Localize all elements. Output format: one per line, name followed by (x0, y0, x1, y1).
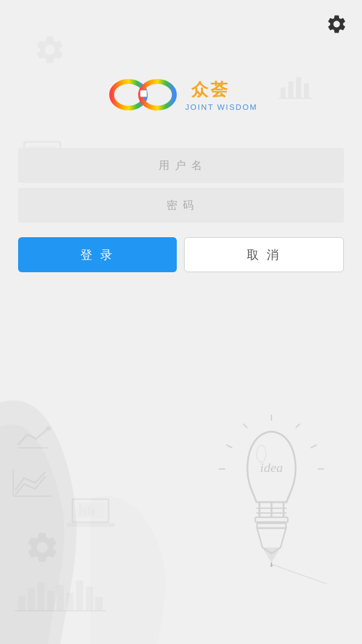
gear-icon (326, 13, 348, 35)
svg-rect-47 (255, 517, 288, 522)
svg-text:idea: idea (260, 460, 283, 475)
svg-rect-29 (47, 591, 54, 610)
lower-decoration: idea (0, 378, 362, 644)
username-input[interactable] (18, 148, 344, 183)
svg-line-53 (272, 564, 329, 584)
bg-trending-lower-left (15, 424, 54, 451)
bg-chart-lower-left (12, 466, 54, 499)
svg-line-37 (296, 424, 300, 428)
password-input[interactable] (18, 188, 344, 223)
bg-gear-lower (24, 529, 60, 566)
idea-bulb: idea (214, 415, 329, 584)
action-buttons: 登 录 取 消 (18, 237, 344, 272)
svg-rect-34 (95, 597, 103, 610)
login-form (18, 148, 344, 228)
svg-rect-27 (28, 588, 35, 610)
logo-infinity (104, 72, 183, 118)
cancel-button[interactable]: 取 消 (184, 237, 344, 272)
settings-button[interactable] (323, 11, 350, 37)
svg-line-39 (311, 445, 317, 448)
svg-rect-26 (18, 596, 25, 610)
bg-barchart-lower (12, 572, 109, 614)
svg-rect-33 (86, 587, 93, 610)
brand-name-en: JOINT WISDOM (185, 103, 258, 112)
svg-rect-21 (83, 508, 86, 515)
svg-line-36 (243, 424, 247, 428)
svg-point-15 (46, 426, 51, 431)
svg-rect-20 (79, 505, 82, 515)
login-button[interactable]: 登 录 (18, 237, 177, 272)
main-content: 众荟 JOINT WISDOM 登 录 取 消 (0, 0, 362, 272)
svg-rect-14 (141, 91, 147, 97)
svg-rect-30 (57, 585, 64, 610)
svg-rect-31 (66, 593, 74, 610)
brand-name-cn: 众荟 (191, 78, 230, 101)
svg-line-38 (226, 445, 232, 448)
svg-rect-28 (37, 582, 45, 610)
logo-container: 众荟 JOINT WISDOM (104, 72, 258, 118)
svg-rect-22 (87, 506, 91, 515)
bg-laptop-lower (66, 496, 115, 532)
svg-rect-23 (92, 509, 95, 515)
svg-rect-24 (66, 523, 115, 527)
svg-rect-32 (76, 581, 83, 610)
